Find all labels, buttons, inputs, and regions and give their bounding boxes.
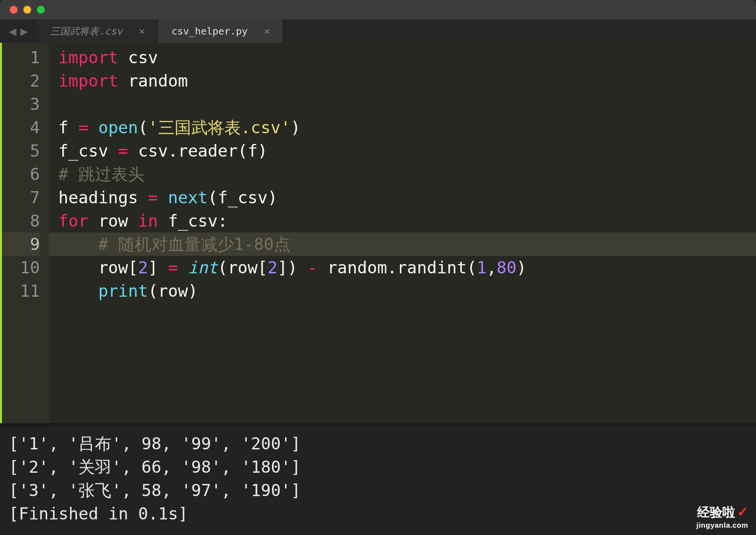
console-line: [Finished in 0.1s] (9, 502, 747, 525)
code-line (58, 92, 756, 116)
code-line: print(row) (58, 279, 756, 303)
console-line: ['2', '关羽', 66, '98', '180'] (9, 455, 747, 479)
line-number: 11 (2, 279, 40, 303)
editor[interactable]: 1 2 3 4 5 6 7 8 9 10 11 import csv impor… (0, 43, 756, 423)
code-line: for row in f_csv: (58, 209, 756, 232)
watermark-text: 经验啦 (697, 505, 735, 519)
line-number: 5 (2, 139, 40, 162)
line-number: 8 (2, 209, 40, 232)
tab-label: 三国武将表.csv (50, 25, 122, 38)
watermark: 经验啦 ✓ jingyanla.com (696, 504, 748, 529)
tab-label: csv_helper.py (172, 25, 248, 37)
line-number: 6 (2, 162, 40, 186)
line-number: 3 (2, 92, 40, 116)
window-controls (10, 6, 45, 14)
watermark-url: jingyanla.com (696, 521, 748, 529)
check-icon: ✓ (737, 504, 748, 519)
tab-bar: ◀ ▶ 三国武将表.csv × csv_helper.py × (0, 19, 756, 43)
titlebar (0, 0, 756, 19)
code-line: import random (58, 69, 756, 92)
code-content[interactable]: import csv import random f = open('三国武将表… (49, 43, 756, 423)
line-number: 7 (2, 186, 40, 209)
output-console[interactable]: ['1', '吕布', 98, '99', '200']['2', '关羽', … (0, 426, 756, 535)
tab-csv-file[interactable]: 三国武将表.csv × (36, 19, 158, 43)
code-line: import csv (58, 46, 756, 69)
close-icon[interactable]: × (137, 25, 146, 37)
line-number-active: 9 (2, 232, 40, 256)
tab-python-file[interactable]: csv_helper.py × (158, 19, 284, 43)
nav-back-icon[interactable]: ◀ (9, 24, 17, 38)
code-line: row[2] = int(row[2]) - random.randint(1,… (58, 256, 756, 279)
minimize-window-button[interactable] (23, 6, 31, 14)
line-number: 4 (2, 116, 40, 139)
close-window-button[interactable] (10, 6, 18, 14)
console-line: ['3', '张飞', 58, '97', '190'] (9, 479, 747, 502)
code-line: f = open('三国武将表.csv') (58, 116, 756, 139)
code-line: # 跳过表头 (58, 162, 756, 186)
code-line-active: # 随机对血量减少1-80点 (49, 232, 756, 256)
console-line: ['1', '吕布', 98, '99', '200'] (9, 432, 747, 455)
line-gutter: 1 2 3 4 5 6 7 8 9 10 11 (2, 43, 49, 423)
line-number: 1 (2, 46, 40, 69)
maximize-window-button[interactable] (37, 6, 45, 14)
line-number: 10 (2, 256, 40, 279)
nav-forward-icon[interactable]: ▶ (20, 24, 28, 38)
code-line: f_csv = csv.reader(f) (58, 139, 756, 162)
tab-nav: ◀ ▶ (0, 19, 36, 43)
close-icon[interactable]: × (262, 25, 272, 37)
code-line: headings = next(f_csv) (58, 186, 756, 209)
line-number: 2 (2, 69, 40, 92)
